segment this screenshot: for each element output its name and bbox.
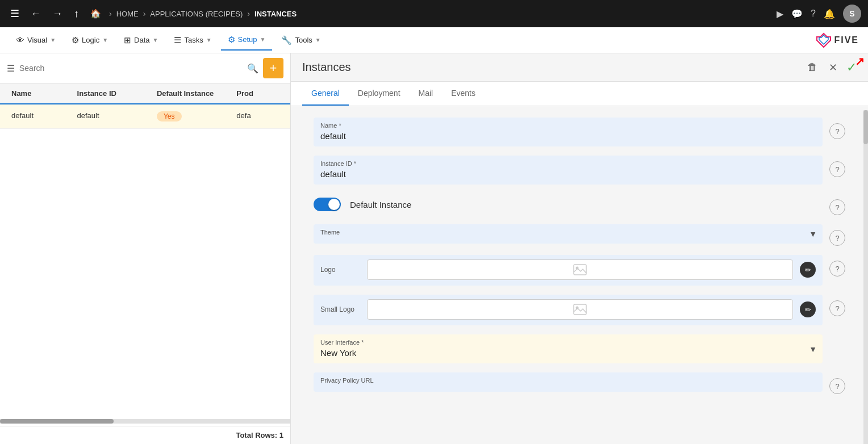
- menu-tasks[interactable]: ☰ Tasks ▼: [167, 31, 218, 50]
- five-logo-text: FIVE: [834, 35, 859, 45]
- breadcrumb-arrow-2: ›: [143, 9, 146, 18]
- menu-visual[interactable]: 👁 Visual ▼: [9, 31, 62, 49]
- privacy-policy-help-btn[interactable]: ?: [829, 378, 845, 394]
- data-dropdown-icon: ▼: [153, 37, 158, 43]
- col-header-instance-id: Instance ID: [73, 83, 152, 103]
- logic-icon: ⚙: [72, 35, 79, 45]
- scrollbar-thumb: [0, 419, 114, 424]
- help-btn[interactable]: ?: [811, 9, 816, 19]
- add-button[interactable]: +: [263, 58, 283, 78]
- tab-deployment[interactable]: Deployment: [349, 82, 410, 106]
- chat-btn[interactable]: 💬: [791, 9, 803, 19]
- tabs-bar: General Deployment Mail Events: [291, 82, 868, 106]
- instance-id-field[interactable]: Instance ID * default: [314, 156, 823, 185]
- breadcrumb-applications[interactable]: APPLICATIONS (RECIPES): [150, 10, 243, 18]
- logo-image-icon: [573, 264, 587, 275]
- cell-name: default: [7, 104, 73, 128]
- visual-icon: 👁: [16, 35, 24, 45]
- tab-events[interactable]: Events: [442, 82, 485, 106]
- logo-row: Logo ✏ ?: [314, 255, 845, 286]
- filter-icon[interactable]: ☰: [7, 63, 15, 74]
- play-btn[interactable]: ▶: [777, 9, 783, 19]
- breadcrumb-instances[interactable]: INSTANCES: [254, 10, 297, 18]
- right-scrollbar-thumb: [863, 110, 868, 144]
- home-icon[interactable]: 🏠: [87, 6, 105, 21]
- tasks-icon: ☰: [174, 35, 181, 45]
- delete-button[interactable]: 🗑: [805, 59, 820, 76]
- table-row[interactable]: default default Yes defa: [0, 104, 290, 129]
- menu-data-label: Data: [134, 36, 149, 44]
- confirm-button[interactable]: ✓: [846, 60, 857, 74]
- privacy-policy-row: Privacy Policy URL ?: [314, 372, 845, 394]
- menu-tools-label: Tools: [295, 36, 312, 44]
- name-help-btn[interactable]: ?: [829, 123, 845, 139]
- up-icon[interactable]: ↑: [70, 6, 82, 22]
- horizontal-scrollbar[interactable]: [0, 419, 290, 424]
- name-field[interactable]: Name * default: [314, 118, 823, 146]
- logo-field: Logo ✏: [314, 255, 823, 286]
- name-value: default: [320, 131, 816, 141]
- breadcrumb-home[interactable]: HOME: [116, 10, 139, 18]
- menu-data[interactable]: ⊞ Data ▼: [117, 31, 165, 50]
- tasks-dropdown-icon: ▼: [206, 37, 212, 43]
- bell-btn[interactable]: 🔔: [824, 9, 835, 19]
- tab-mail[interactable]: Mail: [410, 82, 443, 106]
- instance-id-help-btn[interactable]: ?: [829, 161, 845, 177]
- small-logo-help-btn[interactable]: ?: [829, 300, 845, 316]
- user-interface-field[interactable]: User Interface * New York ▼: [314, 334, 823, 363]
- logo-help-btn[interactable]: ?: [829, 261, 845, 277]
- menu-visual-label: Visual: [27, 36, 47, 44]
- col-header-name: Name: [7, 83, 73, 103]
- menu-setup[interactable]: ⚙ Setup ▼: [221, 30, 273, 51]
- back-icon[interactable]: ←: [27, 6, 44, 22]
- menu-tools[interactable]: 🔧 Tools ▼: [274, 31, 327, 50]
- menu-setup-label: Setup: [238, 35, 257, 44]
- instance-id-row: Instance ID * default ?: [314, 156, 845, 185]
- privacy-policy-label: Privacy Policy URL: [320, 377, 816, 384]
- five-logo-icon: [816, 32, 832, 48]
- small-logo-field: Small Logo ✏: [314, 295, 823, 325]
- name-row: Name * default ?: [314, 118, 845, 146]
- cell-instance-id: default: [73, 104, 152, 128]
- logic-dropdown-icon: ▼: [102, 37, 108, 43]
- forward-icon[interactable]: →: [49, 6, 66, 22]
- small-logo-image-icon: [573, 304, 587, 315]
- search-icon[interactable]: 🔍: [247, 63, 258, 74]
- breadcrumb-arrow-3: ›: [247, 9, 250, 18]
- logo-label: Logo: [320, 266, 360, 274]
- menu-logic[interactable]: ⚙ Logic ▼: [65, 31, 115, 50]
- logo-input-box[interactable]: [367, 259, 793, 280]
- theme-row: Theme ▼ ?: [314, 224, 845, 246]
- tab-general[interactable]: General: [302, 82, 349, 106]
- small-logo-edit-button[interactable]: ✏: [800, 301, 816, 317]
- default-instance-help-btn[interactable]: ?: [829, 199, 845, 215]
- logo-edit-button[interactable]: ✏: [800, 262, 816, 278]
- user-interface-value: New York: [320, 348, 816, 358]
- theme-help-btn[interactable]: ?: [829, 230, 845, 246]
- instance-id-value: default: [320, 169, 816, 179]
- tools-dropdown-icon: ▼: [315, 37, 321, 43]
- menu-icon[interactable]: ☰: [7, 5, 23, 22]
- theme-label: Theme: [320, 229, 816, 236]
- instance-id-label: Instance ID *: [320, 160, 816, 167]
- right-header: Instances 🗑 ✕ ✓ ↗: [291, 53, 868, 82]
- default-instance-toggle[interactable]: [314, 198, 341, 211]
- menu-tasks-label: Tasks: [184, 36, 203, 44]
- privacy-policy-field[interactable]: Privacy Policy URL: [314, 372, 823, 392]
- col-header-prod: Prod: [232, 83, 283, 103]
- close-button[interactable]: ✕: [827, 59, 840, 76]
- search-bar: ☰ 🔍 +: [0, 53, 290, 83]
- top-nav-actions: ▶ 💬 ? 🔔 S: [777, 5, 861, 23]
- table-header: Name Instance ID Default Instance Prod: [0, 83, 290, 104]
- right-actions: 🗑 ✕ ✓ ↗: [805, 59, 857, 76]
- default-instance-badge: Yes: [157, 111, 182, 122]
- search-input[interactable]: [19, 64, 243, 73]
- total-rows-label: Total Rows: 1: [236, 431, 283, 439]
- five-logo: FIVE: [816, 32, 859, 48]
- avatar[interactable]: S: [843, 5, 861, 23]
- visual-dropdown-icon: ▼: [50, 37, 56, 43]
- theme-field[interactable]: Theme ▼: [314, 224, 823, 244]
- small-logo-input-box[interactable]: [367, 299, 793, 320]
- default-instance-label: Default Instance: [350, 200, 411, 210]
- right-scrollbar[interactable]: [863, 110, 868, 444]
